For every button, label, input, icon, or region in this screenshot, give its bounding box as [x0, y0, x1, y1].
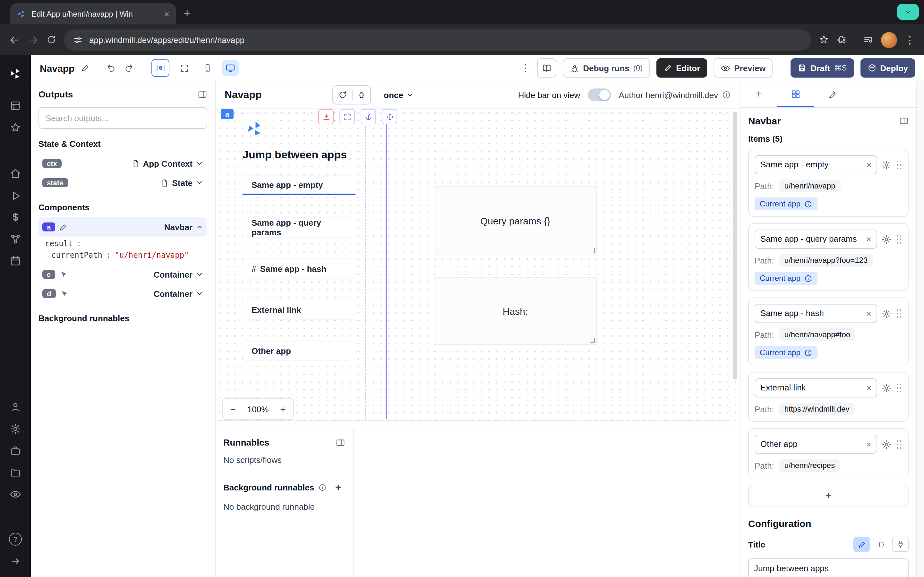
url-bar[interactable]: app.windmill.dev/apps/edit/u/henri/navap…	[64, 29, 811, 50]
deploy-button[interactable]: Deploy	[860, 58, 915, 77]
output-row-ctx[interactable]: ctx App Context	[39, 154, 207, 173]
profile-avatar[interactable]	[881, 32, 897, 48]
panel-layout-toggle[interactable]: |0|	[152, 59, 170, 77]
rename-pencil-icon[interactable]	[81, 63, 90, 73]
add-background-runnable-button[interactable]: +	[331, 480, 345, 494]
search-outputs-input[interactable]	[39, 107, 207, 129]
output-row-state[interactable]: state State	[39, 173, 207, 192]
editor-button[interactable]: Editor	[656, 58, 707, 77]
path-value[interactable]: u/henri/navapp	[779, 179, 841, 192]
schedules-calendar-icon[interactable]	[0, 250, 31, 272]
path-value[interactable]: u/henri/recipes	[779, 459, 840, 472]
browser-tab[interactable]: Edit App u/henri/navapp | Win ×	[10, 3, 176, 24]
tab-insert-component[interactable]: +	[740, 81, 777, 107]
desktop-view-icon[interactable]	[222, 60, 239, 76]
navbar-item[interactable]: Other app	[242, 341, 355, 360]
draft-button[interactable]: Draft⌘S	[791, 58, 854, 77]
item-settings-gear-icon[interactable]	[882, 383, 891, 393]
item-settings-gear-icon[interactable]	[882, 160, 891, 169]
browser-menu-icon[interactable]: ⋮	[905, 34, 915, 46]
hide-bar-toggle[interactable]	[588, 89, 611, 101]
docs-book-button[interactable]	[537, 58, 556, 77]
new-tab-button[interactable]: +	[184, 6, 191, 21]
remove-item-icon[interactable]: ×	[866, 235, 871, 243]
run-mode-dropdown[interactable]: once	[384, 90, 414, 100]
favorites-star-icon[interactable]	[0, 117, 31, 139]
item-settings-gear-icon[interactable]	[882, 309, 891, 318]
path-value[interactable]: u/henri/navapp#foo	[779, 328, 856, 341]
drag-handle[interactable]	[896, 439, 902, 450]
navbar-item[interactable]: Same app - query params	[242, 218, 355, 237]
tab-styling-brush[interactable]	[814, 81, 850, 107]
forward-icon[interactable]	[27, 34, 39, 45]
resources-nodes-icon[interactable]	[0, 228, 31, 250]
drag-handle[interactable]	[896, 160, 902, 170]
help-question-icon[interactable]: ?	[0, 528, 31, 550]
refresh-icon[interactable]	[333, 90, 352, 99]
redo-icon[interactable]	[123, 63, 134, 73]
tab-component-settings[interactable]	[777, 81, 814, 107]
media-controls-icon[interactable]	[863, 35, 873, 45]
insert-below-icon[interactable]	[318, 109, 334, 124]
result-row[interactable]: result:	[45, 238, 205, 250]
collapse-panel-icon[interactable]	[198, 89, 207, 99]
remove-item-icon[interactable]: ×	[866, 384, 871, 392]
site-settings-icon[interactable]	[73, 35, 83, 45]
canvas-scrollbar[interactable]	[733, 111, 737, 380]
move-component-icon[interactable]	[382, 109, 397, 124]
add-item-button[interactable]: +	[748, 485, 909, 506]
anchor-component-icon[interactable]	[360, 109, 376, 124]
fullscreen-icon[interactable]	[176, 60, 192, 76]
refresh-counter[interactable]: 0	[333, 85, 371, 105]
connect-plug-button[interactable]	[892, 537, 909, 552]
remove-item-icon[interactable]: ×	[866, 309, 871, 318]
drag-handle[interactable]	[896, 234, 902, 244]
folders-icon[interactable]	[0, 462, 31, 484]
item-label-input[interactable]: Same app - query params×	[754, 229, 877, 249]
component-id-tag[interactable]: a	[221, 109, 234, 119]
path-value[interactable]: u/henri/navapp?foo=123	[779, 254, 873, 267]
expand-component-icon[interactable]	[339, 109, 355, 124]
navbar-item[interactable]: #Same app - hash	[242, 259, 355, 278]
component-row-navbar[interactable]: a Navbar	[39, 218, 207, 237]
item-label-input[interactable]: Other app×	[754, 435, 877, 454]
item-settings-gear-icon[interactable]	[882, 234, 891, 244]
remove-item-icon[interactable]: ×	[866, 160, 871, 169]
bookmark-star-icon[interactable]	[819, 35, 829, 45]
audit-eye-icon[interactable]	[0, 484, 31, 505]
collapse-panel-icon[interactable]	[336, 438, 345, 447]
variables-dollar-icon[interactable]: $	[0, 206, 31, 228]
zoom-in-button[interactable]: +	[273, 404, 293, 414]
drag-handle[interactable]	[896, 308, 902, 319]
zoom-out-button[interactable]: −	[223, 404, 243, 414]
item-label-input[interactable]: Same app - hash×	[754, 304, 877, 323]
more-menu-icon[interactable]: ⋮	[521, 62, 530, 74]
remove-item-icon[interactable]: ×	[866, 440, 871, 449]
path-value[interactable]: https://windmill.dev	[779, 403, 855, 416]
apps-icon[interactable]	[0, 95, 31, 117]
window-scrollbar[interactable]	[916, 81, 924, 577]
workers-briefcase-icon[interactable]	[0, 440, 31, 462]
app-canvas[interactable]: a Jump between apps Same app - empty	[216, 109, 740, 428]
preview-button[interactable]: Preview	[714, 58, 772, 77]
component-row-container-e[interactable]: e Container	[39, 265, 207, 284]
undo-icon[interactable]	[107, 63, 117, 73]
static-value-pencil-button[interactable]	[853, 537, 870, 552]
item-settings-gear-icon[interactable]	[882, 440, 891, 449]
tab-close-icon[interactable]: ×	[164, 9, 170, 19]
browser-indicator-button[interactable]	[897, 4, 919, 20]
users-person-icon[interactable]	[0, 396, 31, 418]
current-path-row[interactable]: currentPath:"u/henri/navapp"	[45, 250, 205, 261]
settings-gear-icon[interactable]	[0, 418, 31, 440]
drag-handle[interactable]	[896, 383, 902, 393]
item-label-input[interactable]: External link×	[754, 378, 877, 398]
component-row-container-d[interactable]: d Container	[39, 284, 207, 303]
query-params-container[interactable]: Query params {}	[434, 186, 597, 255]
collapse-panel-icon[interactable]	[899, 116, 909, 126]
navbar-item[interactable]: Same app - empty	[242, 176, 355, 195]
runs-play-icon[interactable]	[0, 185, 31, 206]
item-label-input[interactable]: Same app - empty×	[754, 155, 877, 174]
back-icon[interactable]	[9, 34, 20, 45]
expression-code-button[interactable]	[873, 537, 889, 552]
debug-runs-button[interactable]: Debug runs(0)	[562, 58, 650, 77]
